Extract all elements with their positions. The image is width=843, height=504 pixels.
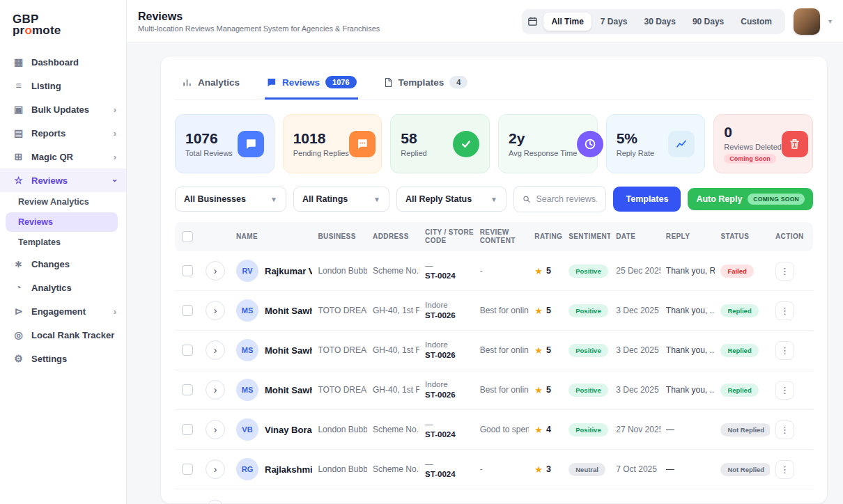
sidebar-item[interactable]: ∗ Changes › [0, 252, 126, 276]
date-cell: 3 Dec 2025 [616, 385, 660, 395]
sidebar-item-label: Listing [31, 81, 116, 91]
reply-cell: Thank you, ... [666, 306, 716, 315]
status-cell: Not Replied [720, 463, 770, 476]
user-avatar[interactable] [794, 8, 820, 35]
search-box [513, 186, 606, 212]
sidebar-item[interactable]: ▤ Reports › [0, 121, 126, 145]
select-value: All Reply Status [405, 194, 472, 204]
stat-reply-rate: 5% Reply Rate [606, 114, 706, 173]
rating-value: 5 [546, 345, 551, 355]
business-cell: TOTO DREAM ... [318, 306, 367, 315]
review-content-cell: Best for online ... [480, 306, 529, 315]
rating-filter-select[interactable]: All Ratings ▼ [293, 187, 389, 212]
date-range-pill[interactable]: Custom [733, 13, 780, 31]
expand-row-button[interactable]: › [206, 459, 225, 479]
row-checkbox[interactable] [182, 305, 193, 316]
select-all-checkbox[interactable] [182, 231, 193, 242]
tab-templates[interactable]: Templates 4 [382, 69, 470, 100]
sidebar-item-label: Settings [31, 354, 116, 364]
trash-icon [782, 131, 808, 157]
date-range-pill[interactable]: 90 Days [685, 13, 732, 31]
tab-reviews[interactable]: Reviews 1076 [265, 69, 358, 100]
select-value: All Businesses [184, 194, 246, 204]
sentiment-badge: Neutral [569, 463, 605, 476]
star-icon: ★ [534, 464, 543, 475]
rating-cell: ★ 5 [534, 385, 563, 395]
business-cell: TOTO DREAM ... [318, 385, 367, 395]
tab-analytics[interactable]: Analytics [180, 70, 241, 99]
reviewer-name: Vinay Borasi [265, 425, 312, 435]
stats-row: 1076 Total Reviews 1018 Pending Replies … [175, 114, 813, 173]
date-cell: 7 Oct 2025 [616, 464, 660, 474]
sidebar-item-icon: ◎ [13, 329, 24, 340]
stat-avg-response-time: 2y Avg Response Time [498, 114, 598, 173]
tab-label: Analytics [198, 77, 240, 88]
row-checkbox[interactable] [182, 384, 193, 395]
sidebar-item[interactable]: ▣ Bulk Updates › [0, 97, 126, 121]
reviewer-cell: MS Mohit Sawhn [236, 379, 312, 401]
sidebar-item[interactable]: ▦ Dashboard › [0, 50, 126, 74]
column-header-business: Business [318, 233, 367, 242]
row-checkbox[interactable] [182, 345, 193, 356]
sidebar-item-icon: ≡ [13, 80, 24, 91]
reviewer-initials-avatar: RG [236, 458, 258, 480]
sidebar-item[interactable]: ◔ Analytics › [0, 276, 126, 299]
store-code-value: ST-0024 [425, 271, 474, 281]
sidebar-item[interactable]: ≡ Listing › [0, 74, 126, 97]
reply-status-filter-select[interactable]: All Reply Status ▼ [396, 187, 506, 212]
brand-accent-o: o [24, 24, 32, 37]
row-actions-menu-button[interactable]: ⋮ [775, 262, 794, 281]
sidebar: GBP promote ▦ Dashboard › ≡ Listing › ▣ [0, 0, 127, 504]
search-input[interactable] [536, 187, 597, 212]
reviewer-initials-avatar: MS [236, 339, 258, 361]
auto-reply-button[interactable]: Auto Reply COMING SOON [688, 188, 813, 210]
date-range-pill[interactable]: All Time [543, 13, 591, 31]
store-code-value: ST-0026 [425, 310, 474, 321]
sidebar-item[interactable]: Review Analytics › [0, 192, 126, 212]
tab-badge: 4 [449, 76, 467, 88]
expand-row-button[interactable]: › [206, 261, 225, 281]
rating-value: 5 [546, 385, 551, 395]
date-range-pill[interactable]: 7 Days [593, 13, 635, 31]
business-cell: London Bubble... [318, 464, 367, 474]
row-checkbox[interactable] [182, 265, 193, 276]
rating-cell: ★ 4 [534, 425, 563, 435]
sidebar-item[interactable]: Reviews › [6, 212, 118, 232]
templates-button[interactable]: Templates [613, 187, 681, 212]
stat-value: 1018 [293, 130, 349, 147]
sidebar-item-label: Reviews [18, 217, 108, 227]
sidebar-item[interactable]: ⊞ Magic QR › [0, 145, 126, 168]
header-actions: All Time 7 Days 30 Days 90 Days Custom ▾ [522, 8, 832, 35]
status-badge: Not Replied [720, 423, 770, 436]
store-code-value: ST-0024 [425, 469, 474, 480]
reply-cell: — [666, 425, 716, 434]
row-checkbox[interactable] [182, 424, 193, 435]
date-range-pill[interactable]: 30 Days [637, 13, 683, 31]
sidebar-item-label: Bulk Updates [31, 104, 107, 115]
chevron-icon: › [114, 307, 116, 316]
expand-row-button[interactable]: › [206, 500, 225, 504]
sidebar-item[interactable]: ⚙ Settings › [0, 347, 126, 370]
sidebar-item[interactable]: Templates › [0, 233, 126, 252]
business-filter-select[interactable]: All Businesses ▼ [175, 187, 286, 212]
expand-row-button[interactable]: › [206, 301, 225, 320]
row-actions-menu-button[interactable]: ⋮ [775, 460, 794, 479]
reply-cell: Thank you, ... [666, 385, 716, 395]
expand-row-button[interactable]: › [206, 420, 225, 439]
sidebar-item[interactable]: ☆ Reviews › [0, 168, 126, 192]
expand-row-button[interactable]: › [206, 340, 225, 360]
row-actions-menu-button[interactable]: ⋮ [775, 420, 794, 439]
row-actions-menu-button[interactable]: ⋮ [775, 301, 794, 320]
sidebar-item-icon: ⊳ [13, 306, 24, 317]
row-actions-menu-button[interactable]: ⋮ [775, 381, 794, 400]
expand-row-button[interactable]: › [206, 380, 225, 400]
sidebar-item[interactable]: ⊳ Engagement › [0, 299, 126, 323]
date-cell: 27 Nov 2025 [616, 425, 660, 434]
row-actions-menu-button[interactable]: ⋮ [775, 341, 794, 360]
clock-icon [577, 131, 603, 157]
sidebar-item[interactable]: ◎ Local Rank Tracker › [0, 323, 126, 347]
sidebar-item-label: Engagement [31, 306, 107, 317]
search-icon [523, 194, 530, 204]
sentiment-cell: Positive [569, 344, 610, 357]
row-checkbox[interactable] [182, 464, 193, 475]
